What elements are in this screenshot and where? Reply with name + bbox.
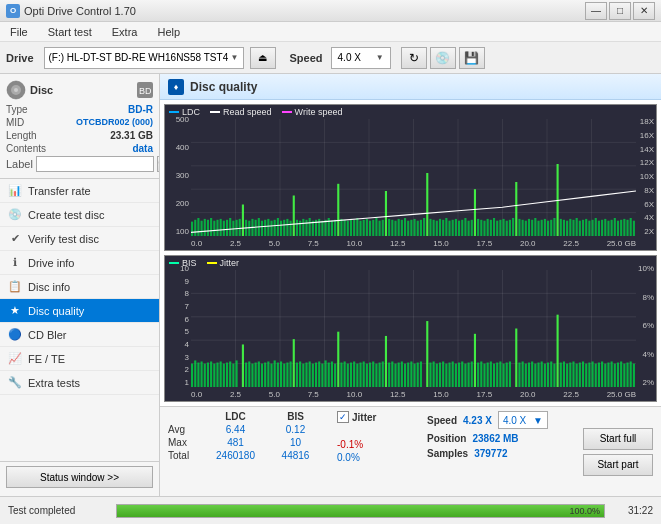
svg-rect-123 — [525, 221, 527, 236]
svg-rect-278 — [541, 361, 543, 387]
svg-rect-209 — [315, 363, 317, 387]
svg-rect-224 — [363, 361, 365, 387]
x-12-5: 12.5 — [390, 239, 406, 248]
svg-rect-299 — [607, 363, 609, 387]
sidebar-item-verify-test-disc[interactable]: ✔ Verify test disc — [0, 227, 159, 251]
sidebar-item-fe-te[interactable]: 📈 FE / TE — [0, 347, 159, 371]
menu-start-test[interactable]: Start test — [42, 24, 98, 40]
svg-rect-207 — [309, 361, 311, 387]
y-left-5: 5 — [185, 327, 189, 336]
legend-ldc-dot — [169, 111, 179, 113]
sidebar-item-drive-info[interactable]: ℹ Drive info — [0, 251, 159, 275]
sidebar-item-disc-quality[interactable]: ★ Disc quality — [0, 299, 159, 323]
y-right-10pct: 10% — [638, 264, 654, 273]
sidebar-item-create-test-disc[interactable]: 💿 Create test disc — [0, 203, 159, 227]
close-button[interactable]: ✕ — [633, 2, 655, 20]
sidebar-item-transfer-rate[interactable]: 📊 Transfer rate — [0, 179, 159, 203]
svg-rect-156 — [630, 218, 632, 236]
sidebar-item-extra-tests[interactable]: 🔧 Extra tests — [0, 371, 159, 395]
svg-rect-22 — [204, 219, 206, 236]
y-right-8x: 8X — [640, 186, 654, 195]
svg-rect-151 — [614, 218, 616, 236]
menu-help[interactable]: Help — [151, 24, 186, 40]
minimize-button[interactable]: — — [585, 2, 607, 20]
eject-button[interactable]: ⏏ — [250, 47, 276, 69]
svg-rect-212 — [325, 360, 327, 387]
sidebar-item-cd-bler[interactable]: 🔵 CD Bler — [0, 323, 159, 347]
svg-rect-279 — [544, 364, 546, 387]
drive-dropdown[interactable]: (F:) HL-DT-ST BD-RE WH16NS58 TST4 ▼ — [44, 47, 244, 69]
svg-rect-26 — [216, 220, 218, 236]
jitter-checkbox[interactable]: ✓ — [337, 411, 349, 423]
svg-rect-40 — [261, 221, 263, 236]
svg-rect-259 — [477, 363, 479, 387]
status-window-button[interactable]: Status window >> — [6, 466, 153, 488]
svg-rect-124 — [528, 219, 530, 236]
toolbar-disc-button[interactable]: 💿 — [430, 47, 456, 69]
start-full-button[interactable]: Start full — [583, 428, 653, 450]
svg-rect-276 — [534, 364, 536, 387]
svg-rect-31 — [232, 221, 234, 236]
svg-rect-283 — [557, 315, 559, 387]
disc-type-label: Type — [6, 104, 28, 115]
svg-rect-292 — [585, 364, 587, 387]
disc-quality-header: ♦ Disc quality — [160, 74, 661, 100]
legend-jitter-text: Jitter — [220, 258, 240, 268]
svg-rect-82 — [394, 221, 396, 236]
x-0: 0.0 — [191, 239, 202, 248]
svg-rect-293 — [588, 363, 590, 387]
label-input[interactable] — [36, 156, 154, 172]
svg-rect-94 — [433, 220, 435, 236]
svg-rect-288 — [572, 361, 574, 387]
svg-rect-190 — [255, 363, 257, 387]
x-15: 15.0 — [433, 239, 449, 248]
svg-rect-247 — [439, 363, 441, 387]
svg-rect-175 — [204, 364, 206, 387]
bis-x-22-5: 22.5 — [563, 390, 579, 399]
menu-file[interactable]: File — [4, 24, 34, 40]
position-label: Position — [427, 433, 466, 444]
disc-section: Disc BD Type BD-R MID OTCBDR002 (000) Le… — [0, 74, 159, 179]
start-part-button[interactable]: Start part — [583, 454, 653, 476]
svg-rect-29 — [226, 220, 228, 236]
toolbar-save-button[interactable]: 💾 — [459, 47, 485, 69]
sidebar-item-cd-bler-label: CD Bler — [28, 329, 67, 341]
y-left-8: 8 — [185, 289, 189, 298]
svg-rect-225 — [366, 364, 368, 387]
svg-rect-112 — [490, 220, 492, 236]
speed-dropdown[interactable]: 4.0 X ▼ — [331, 47, 391, 69]
sidebar-item-disc-info[interactable]: 📋 Disc info — [0, 275, 159, 299]
status-bar: Test completed 100.0% 31:22 — [0, 496, 661, 524]
svg-rect-71 — [359, 221, 361, 236]
svg-rect-87 — [410, 220, 412, 236]
toolbar-refresh-button[interactable]: ↻ — [401, 47, 427, 69]
svg-rect-92 — [426, 173, 428, 236]
maximize-button[interactable]: □ — [609, 2, 631, 20]
menu-extra[interactable]: Extra — [106, 24, 144, 40]
svg-rect-206 — [305, 363, 307, 387]
disc-type-value: BD-R — [128, 104, 153, 115]
svg-rect-46 — [280, 221, 282, 236]
svg-rect-141 — [582, 220, 584, 236]
svg-rect-109 — [480, 220, 482, 236]
svg-rect-129 — [544, 219, 546, 236]
speed-stat-dropdown[interactable]: 4.0 X ▼ — [498, 411, 548, 429]
y-right-18x: 18X — [640, 117, 654, 126]
svg-rect-243 — [426, 321, 428, 387]
svg-rect-303 — [620, 361, 622, 387]
svg-rect-267 — [503, 364, 505, 387]
svg-rect-242 — [420, 361, 422, 387]
svg-rect-81 — [391, 220, 393, 236]
jitter-avg-row: -0.1% — [337, 439, 415, 450]
sidebar-item-fe-te-label: FE / TE — [28, 353, 65, 365]
bis-x-7-5: 7.5 — [308, 390, 319, 399]
legend-bis-text: BIS — [182, 258, 197, 268]
svg-rect-285 — [563, 361, 565, 387]
svg-rect-72 — [363, 220, 365, 236]
stats-max-label: Max — [168, 437, 203, 448]
svg-rect-89 — [417, 221, 419, 236]
x-10: 10.0 — [347, 239, 363, 248]
svg-rect-111 — [487, 219, 489, 236]
svg-rect-110 — [483, 221, 485, 236]
sidebar-item-create-test-disc-label: Create test disc — [28, 209, 104, 221]
